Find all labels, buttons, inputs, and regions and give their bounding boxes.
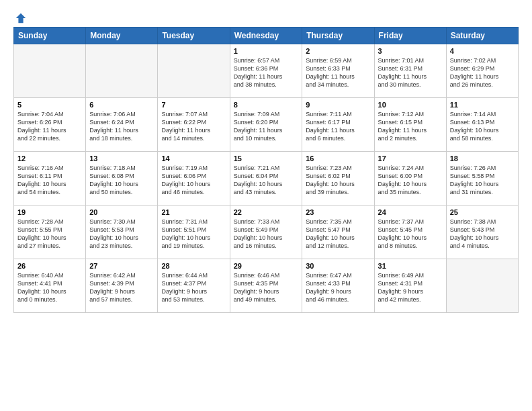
day-cell: 11Sunrise: 7:14 AM Sunset: 6:13 PM Dayli… bbox=[446, 98, 518, 152]
day-cell: 10Sunrise: 7:12 AM Sunset: 6:15 PM Dayli… bbox=[374, 98, 446, 152]
day-info: Sunrise: 7:35 AM Sunset: 5:47 PM Dayligh… bbox=[306, 218, 370, 250]
logo-text bbox=[13, 12, 27, 24]
day-cell: 23Sunrise: 7:35 AM Sunset: 5:47 PM Dayli… bbox=[302, 205, 374, 259]
day-cell: 29Sunrise: 6:46 AM Sunset: 4:35 PM Dayli… bbox=[230, 259, 302, 313]
day-info: Sunrise: 7:16 AM Sunset: 6:11 PM Dayligh… bbox=[17, 164, 82, 197]
day-number: 13 bbox=[89, 154, 154, 163]
logo-icon bbox=[15, 12, 27, 24]
day-info: Sunrise: 7:37 AM Sunset: 5:45 PM Dayligh… bbox=[378, 218, 443, 250]
day-info: Sunrise: 7:07 AM Sunset: 6:22 PM Dayligh… bbox=[161, 110, 226, 143]
day-number: 10 bbox=[378, 101, 443, 109]
day-number: 15 bbox=[234, 154, 299, 163]
day-number: 28 bbox=[161, 262, 226, 270]
weekday-header-friday: Friday bbox=[374, 28, 446, 44]
day-number: 17 bbox=[378, 154, 443, 163]
day-number: 19 bbox=[17, 208, 82, 216]
day-cell: 28Sunrise: 6:44 AM Sunset: 4:37 PM Dayli… bbox=[158, 259, 230, 313]
week-row-1: 1Sunrise: 6:57 AM Sunset: 6:36 PM Daylig… bbox=[14, 44, 519, 98]
weekday-header-tuesday: Tuesday bbox=[158, 28, 230, 44]
day-number: 11 bbox=[450, 101, 515, 109]
day-number: 7 bbox=[161, 101, 226, 109]
day-info: Sunrise: 7:11 AM Sunset: 6:17 PM Dayligh… bbox=[306, 110, 370, 143]
day-info: Sunrise: 7:02 AM Sunset: 6:29 PM Dayligh… bbox=[450, 56, 515, 89]
day-cell: 4Sunrise: 7:02 AM Sunset: 6:29 PM Daylig… bbox=[446, 44, 518, 98]
day-cell: 1Sunrise: 6:57 AM Sunset: 6:36 PM Daylig… bbox=[230, 44, 302, 98]
day-info: Sunrise: 6:49 AM Sunset: 4:31 PM Dayligh… bbox=[378, 271, 443, 304]
day-number: 14 bbox=[161, 154, 226, 163]
day-info: Sunrise: 7:18 AM Sunset: 6:08 PM Dayligh… bbox=[89, 164, 154, 197]
day-info: Sunrise: 7:14 AM Sunset: 6:13 PM Dayligh… bbox=[450, 110, 515, 143]
day-info: Sunrise: 6:42 AM Sunset: 4:39 PM Dayligh… bbox=[89, 271, 154, 304]
day-number: 12 bbox=[17, 154, 82, 163]
day-cell: 14Sunrise: 7:19 AM Sunset: 6:06 PM Dayli… bbox=[158, 152, 230, 205]
day-info: Sunrise: 7:30 AM Sunset: 5:53 PM Dayligh… bbox=[89, 218, 154, 250]
day-info: Sunrise: 7:19 AM Sunset: 6:06 PM Dayligh… bbox=[161, 164, 226, 197]
day-info: Sunrise: 7:21 AM Sunset: 6:04 PM Dayligh… bbox=[234, 164, 299, 197]
weekday-header-monday: Monday bbox=[86, 28, 158, 44]
day-number: 16 bbox=[306, 154, 370, 163]
header bbox=[13, 12, 519, 21]
day-number: 24 bbox=[378, 208, 443, 216]
page: SundayMondayTuesdayWednesdayThursdayFrid… bbox=[0, 0, 532, 411]
day-number: 8 bbox=[234, 101, 299, 109]
day-cell bbox=[86, 44, 158, 98]
day-cell bbox=[14, 44, 86, 98]
day-cell: 27Sunrise: 6:42 AM Sunset: 4:39 PM Dayli… bbox=[86, 259, 158, 313]
day-number: 22 bbox=[234, 208, 299, 216]
day-number: 6 bbox=[89, 101, 154, 109]
day-number: 4 bbox=[450, 47, 515, 55]
day-info: Sunrise: 7:33 AM Sunset: 5:49 PM Dayligh… bbox=[234, 218, 299, 250]
weekday-header-saturday: Saturday bbox=[446, 28, 518, 44]
day-cell: 26Sunrise: 6:40 AM Sunset: 4:41 PM Dayli… bbox=[14, 259, 86, 313]
day-cell: 19Sunrise: 7:28 AM Sunset: 5:55 PM Dayli… bbox=[14, 205, 86, 259]
day-info: Sunrise: 7:26 AM Sunset: 5:58 PM Dayligh… bbox=[450, 164, 515, 197]
day-cell: 12Sunrise: 7:16 AM Sunset: 6:11 PM Dayli… bbox=[14, 152, 86, 205]
week-row-2: 5Sunrise: 7:04 AM Sunset: 6:26 PM Daylig… bbox=[14, 98, 519, 152]
day-number: 27 bbox=[89, 262, 154, 270]
day-cell: 17Sunrise: 7:24 AM Sunset: 6:00 PM Dayli… bbox=[374, 152, 446, 205]
day-info: Sunrise: 7:01 AM Sunset: 6:31 PM Dayligh… bbox=[378, 56, 443, 89]
day-cell bbox=[446, 259, 518, 313]
week-row-4: 19Sunrise: 7:28 AM Sunset: 5:55 PM Dayli… bbox=[14, 205, 519, 259]
weekday-header-wednesday: Wednesday bbox=[230, 28, 302, 44]
weekday-header-row: SundayMondayTuesdayWednesdayThursdayFrid… bbox=[14, 28, 519, 44]
day-cell: 21Sunrise: 7:31 AM Sunset: 5:51 PM Dayli… bbox=[158, 205, 230, 259]
week-row-5: 26Sunrise: 6:40 AM Sunset: 4:41 PM Dayli… bbox=[14, 259, 519, 313]
day-info: Sunrise: 7:09 AM Sunset: 6:20 PM Dayligh… bbox=[234, 110, 299, 143]
day-cell: 16Sunrise: 7:23 AM Sunset: 6:02 PM Dayli… bbox=[302, 152, 374, 205]
day-cell: 7Sunrise: 7:07 AM Sunset: 6:22 PM Daylig… bbox=[158, 98, 230, 152]
calendar: SundayMondayTuesdayWednesdayThursdayFrid… bbox=[13, 27, 519, 313]
day-number: 1 bbox=[234, 47, 299, 55]
day-info: Sunrise: 6:59 AM Sunset: 6:33 PM Dayligh… bbox=[306, 56, 370, 89]
day-cell: 13Sunrise: 7:18 AM Sunset: 6:08 PM Dayli… bbox=[86, 152, 158, 205]
day-info: Sunrise: 6:44 AM Sunset: 4:37 PM Dayligh… bbox=[161, 271, 226, 304]
day-info: Sunrise: 6:57 AM Sunset: 6:36 PM Dayligh… bbox=[234, 56, 299, 89]
day-cell: 2Sunrise: 6:59 AM Sunset: 6:33 PM Daylig… bbox=[302, 44, 374, 98]
day-cell: 3Sunrise: 7:01 AM Sunset: 6:31 PM Daylig… bbox=[374, 44, 446, 98]
day-info: Sunrise: 6:46 AM Sunset: 4:35 PM Dayligh… bbox=[234, 271, 299, 304]
day-number: 30 bbox=[306, 262, 370, 270]
day-number: 31 bbox=[378, 262, 443, 270]
day-cell: 5Sunrise: 7:04 AM Sunset: 6:26 PM Daylig… bbox=[14, 98, 86, 152]
day-number: 20 bbox=[89, 208, 154, 216]
day-number: 26 bbox=[17, 262, 82, 270]
day-info: Sunrise: 6:40 AM Sunset: 4:41 PM Dayligh… bbox=[17, 271, 82, 304]
day-info: Sunrise: 7:24 AM Sunset: 6:00 PM Dayligh… bbox=[378, 164, 443, 197]
day-cell: 18Sunrise: 7:26 AM Sunset: 5:58 PM Dayli… bbox=[446, 152, 518, 205]
day-cell: 8Sunrise: 7:09 AM Sunset: 6:20 PM Daylig… bbox=[230, 98, 302, 152]
day-cell: 6Sunrise: 7:06 AM Sunset: 6:24 PM Daylig… bbox=[86, 98, 158, 152]
day-cell bbox=[158, 44, 230, 98]
day-cell: 31Sunrise: 6:49 AM Sunset: 4:31 PM Dayli… bbox=[374, 259, 446, 313]
day-cell: 9Sunrise: 7:11 AM Sunset: 6:17 PM Daylig… bbox=[302, 98, 374, 152]
day-info: Sunrise: 7:28 AM Sunset: 5:55 PM Dayligh… bbox=[17, 218, 82, 250]
week-row-3: 12Sunrise: 7:16 AM Sunset: 6:11 PM Dayli… bbox=[14, 152, 519, 205]
weekday-header-sunday: Sunday bbox=[14, 28, 86, 44]
day-cell: 30Sunrise: 6:47 AM Sunset: 4:33 PM Dayli… bbox=[302, 259, 374, 313]
day-info: Sunrise: 7:23 AM Sunset: 6:02 PM Dayligh… bbox=[306, 164, 370, 197]
day-cell: 25Sunrise: 7:38 AM Sunset: 5:43 PM Dayli… bbox=[446, 205, 518, 259]
svg-marker-0 bbox=[16, 13, 26, 23]
day-cell: 24Sunrise: 7:37 AM Sunset: 5:45 PM Dayli… bbox=[374, 205, 446, 259]
day-number: 5 bbox=[17, 101, 82, 109]
day-number: 23 bbox=[306, 208, 370, 216]
logo bbox=[13, 12, 27, 21]
